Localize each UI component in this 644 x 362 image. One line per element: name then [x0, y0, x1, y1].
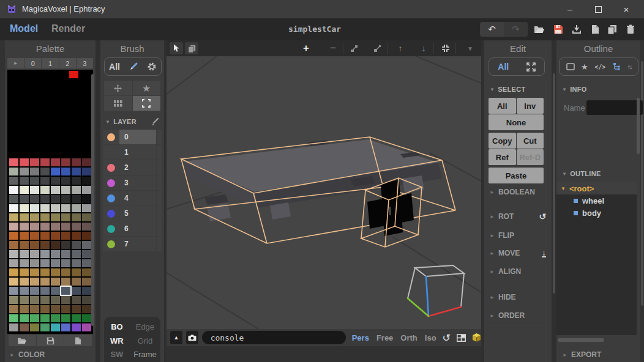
palette-swatch[interactable]: [30, 268, 39, 276]
layer-color-cell[interactable]: [103, 206, 119, 221]
palette-swatch[interactable]: [82, 296, 91, 304]
section-hide[interactable]: ► HIDE: [490, 292, 546, 302]
projection-orth[interactable]: Orth: [400, 333, 417, 342]
select-inv-button[interactable]: Inv: [517, 98, 544, 114]
reset-view-button[interactable]: ↺: [443, 332, 451, 344]
palette-swatch[interactable]: [40, 168, 50, 175]
palette-swatch[interactable]: [20, 314, 29, 322]
palette-swatch[interactable]: [40, 296, 50, 304]
palette-swatch[interactable]: [72, 278, 81, 286]
current-color-swatch[interactable]: [69, 71, 78, 78]
palette-swatch[interactable]: [40, 259, 50, 267]
palette-swatch[interactable]: [51, 195, 60, 203]
palette-swatch[interactable]: [40, 186, 50, 194]
mode-edge[interactable]: Edge: [136, 322, 154, 331]
move-down-button[interactable]: ↓: [417, 42, 430, 54]
section-flip[interactable]: ► FLIP: [490, 231, 546, 240]
layer-label[interactable]: 6: [119, 221, 156, 236]
palette-swatch[interactable]: [61, 323, 70, 331]
palette-swatch[interactable]: [82, 158, 91, 166]
palette-swatch[interactable]: [51, 177, 60, 185]
palette-swatch[interactable]: [9, 168, 18, 175]
fit-model-button[interactable]: [440, 42, 452, 54]
palette-swatch[interactable]: [30, 204, 39, 212]
palette-swatch[interactable]: [20, 213, 29, 221]
palette-swatch[interactable]: [72, 259, 81, 267]
palette-swatch[interactable]: [72, 287, 81, 295]
palette-new-button[interactable]: [64, 335, 92, 346]
outline-section-header[interactable]: ▼ OUTLINE: [562, 170, 601, 177]
palette-swatch[interactable]: [51, 213, 60, 221]
palette-swatch[interactable]: [61, 305, 70, 313]
ref-button[interactable]: Ref: [489, 149, 516, 165]
palette-swatch[interactable]: [72, 323, 81, 331]
palette-swatch[interactable]: [51, 278, 60, 286]
console-input[interactable]: [202, 331, 346, 344]
palette-swatch[interactable]: [40, 223, 50, 231]
section-boolean[interactable]: ► BOOLEAN: [490, 187, 546, 197]
palette-swatch[interactable]: [72, 177, 81, 185]
palette-swatch[interactable]: [20, 168, 29, 175]
select-none-button[interactable]: None: [489, 114, 544, 130]
layer-color-cell[interactable]: [103, 175, 119, 190]
palette-swatch[interactable]: [82, 168, 91, 175]
palette-swatch[interactable]: [30, 186, 39, 194]
mode-grid[interactable]: Grid: [138, 336, 153, 345]
mode-sw[interactable]: SW: [110, 350, 123, 359]
palette-swatch[interactable]: [30, 278, 39, 286]
export-button[interactable]: [570, 23, 583, 35]
palette-swatch[interactable]: [20, 177, 29, 185]
palette-swatch[interactable]: [30, 305, 39, 313]
palette-swatch[interactable]: [20, 278, 29, 286]
palette-swatch[interactable]: [51, 323, 60, 331]
brush-all-button[interactable]: All: [109, 62, 120, 72]
layer-label[interactable]: 2: [119, 160, 156, 175]
palette-tab-2[interactable]: 2: [59, 58, 76, 68]
palette-swatch[interactable]: [9, 314, 18, 322]
move-tool-button[interactable]: [104, 81, 132, 95]
palette-swatch[interactable]: [72, 186, 81, 194]
palette-swatch[interactable]: [9, 250, 18, 258]
palette-swatch[interactable]: [82, 177, 91, 185]
palette-swatch[interactable]: [61, 278, 70, 286]
palette-swatch[interactable]: [40, 323, 50, 331]
layer-color-cell[interactable]: [103, 130, 119, 144]
export-section-header[interactable]: ► EXPORT: [563, 350, 601, 360]
palette-swatch[interactable]: [40, 177, 50, 185]
split-view-button[interactable]: [457, 334, 466, 342]
cut-button[interactable]: Cut: [517, 133, 544, 149]
voxel-tool-button[interactable]: [104, 96, 132, 111]
palette-swatch[interactable]: [40, 250, 50, 258]
palette-swatch[interactable]: [9, 259, 18, 267]
palette-swatch[interactable]: [9, 232, 18, 240]
mode-frame[interactable]: Frame: [133, 350, 157, 359]
layer-color-cell[interactable]: [103, 160, 119, 175]
palette-swatch[interactable]: [20, 250, 29, 258]
frame-icon[interactable]: [566, 63, 575, 70]
layer-row[interactable]: 5: [103, 206, 162, 221]
divider-edit-outline[interactable]: [552, 40, 556, 362]
palette-swatch[interactable]: [82, 314, 91, 322]
name-input[interactable]: [586, 100, 643, 115]
viewport-canvas[interactable]: [167, 56, 481, 329]
palette-swatch[interactable]: [40, 232, 50, 240]
palette-swatch[interactable]: [82, 250, 91, 258]
open-file-button[interactable]: [533, 23, 546, 35]
layer-row[interactable]: 1: [103, 145, 162, 160]
palette-swatch[interactable]: [30, 168, 39, 175]
palette-swatch[interactable]: [82, 204, 91, 212]
expand-console-button[interactable]: ▲: [170, 331, 182, 344]
layer-color-cell[interactable]: [103, 191, 119, 205]
paste-button[interactable]: Paste: [489, 168, 544, 183]
palette-swatch[interactable]: [9, 268, 18, 276]
palette-swatch[interactable]: [9, 177, 18, 185]
palette-swatch[interactable]: [72, 204, 81, 212]
palette-swatch[interactable]: [61, 213, 70, 221]
divider-palette-brush[interactable]: [95, 40, 100, 362]
palette-swatch[interactable]: [9, 287, 18, 295]
toolbar-dropdown-button[interactable]: ▼: [464, 42, 476, 54]
sort-icon[interactable]: ↑↓: [627, 63, 631, 70]
palette-tab-3[interactable]: 3: [77, 58, 93, 68]
layer-label[interactable]: 7: [119, 237, 156, 251]
section-align[interactable]: ► ALIGN: [490, 267, 546, 276]
